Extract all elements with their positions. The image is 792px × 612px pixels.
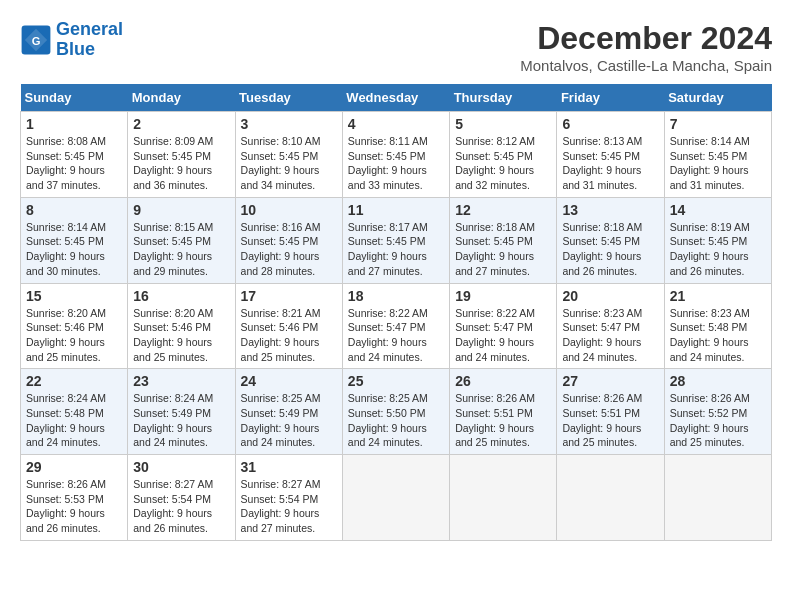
day-info: Sunrise: 8:26 AMSunset: 5:51 PMDaylight:… <box>455 391 551 450</box>
day-info: Sunrise: 8:10 AMSunset: 5:45 PMDaylight:… <box>241 134 337 193</box>
day-number: 29 <box>26 459 122 475</box>
day-info: Sunrise: 8:09 AMSunset: 5:45 PMDaylight:… <box>133 134 229 193</box>
col-header-tuesday: Tuesday <box>235 84 342 112</box>
day-info: Sunrise: 8:26 AMSunset: 5:51 PMDaylight:… <box>562 391 658 450</box>
calendar-cell: 22 Sunrise: 8:24 AMSunset: 5:48 PMDaylig… <box>21 369 128 455</box>
day-number: 8 <box>26 202 122 218</box>
day-number: 25 <box>348 373 444 389</box>
day-info: Sunrise: 8:20 AMSunset: 5:46 PMDaylight:… <box>26 306 122 365</box>
day-number: 17 <box>241 288 337 304</box>
week-row-5: 29 Sunrise: 8:26 AMSunset: 5:53 PMDaylig… <box>21 455 772 541</box>
day-info: Sunrise: 8:25 AMSunset: 5:50 PMDaylight:… <box>348 391 444 450</box>
day-info: Sunrise: 8:21 AMSunset: 5:46 PMDaylight:… <box>241 306 337 365</box>
svg-text:G: G <box>32 35 41 47</box>
day-number: 24 <box>241 373 337 389</box>
day-number: 16 <box>133 288 229 304</box>
calendar-cell: 10 Sunrise: 8:16 AMSunset: 5:45 PMDaylig… <box>235 197 342 283</box>
calendar-cell: 23 Sunrise: 8:24 AMSunset: 5:49 PMDaylig… <box>128 369 235 455</box>
calendar-cell: 28 Sunrise: 8:26 AMSunset: 5:52 PMDaylig… <box>664 369 771 455</box>
calendar-cell: 15 Sunrise: 8:20 AMSunset: 5:46 PMDaylig… <box>21 283 128 369</box>
day-number: 5 <box>455 116 551 132</box>
calendar-cell: 31 Sunrise: 8:27 AMSunset: 5:54 PMDaylig… <box>235 455 342 541</box>
header: G General Blue December 2024 Montalvos, … <box>20 20 772 74</box>
calendar-cell <box>664 455 771 541</box>
day-info: Sunrise: 8:11 AMSunset: 5:45 PMDaylight:… <box>348 134 444 193</box>
calendar-cell: 3 Sunrise: 8:10 AMSunset: 5:45 PMDayligh… <box>235 112 342 198</box>
day-number: 2 <box>133 116 229 132</box>
col-header-sunday: Sunday <box>21 84 128 112</box>
col-header-saturday: Saturday <box>664 84 771 112</box>
day-info: Sunrise: 8:18 AMSunset: 5:45 PMDaylight:… <box>455 220 551 279</box>
calendar-cell: 14 Sunrise: 8:19 AMSunset: 5:45 PMDaylig… <box>664 197 771 283</box>
day-info: Sunrise: 8:08 AMSunset: 5:45 PMDaylight:… <box>26 134 122 193</box>
calendar-cell: 16 Sunrise: 8:20 AMSunset: 5:46 PMDaylig… <box>128 283 235 369</box>
day-info: Sunrise: 8:25 AMSunset: 5:49 PMDaylight:… <box>241 391 337 450</box>
day-number: 3 <box>241 116 337 132</box>
calendar-cell: 21 Sunrise: 8:23 AMSunset: 5:48 PMDaylig… <box>664 283 771 369</box>
calendar-cell: 6 Sunrise: 8:13 AMSunset: 5:45 PMDayligh… <box>557 112 664 198</box>
calendar-cell: 26 Sunrise: 8:26 AMSunset: 5:51 PMDaylig… <box>450 369 557 455</box>
day-info: Sunrise: 8:13 AMSunset: 5:45 PMDaylight:… <box>562 134 658 193</box>
day-number: 20 <box>562 288 658 304</box>
day-number: 19 <box>455 288 551 304</box>
calendar-cell: 12 Sunrise: 8:18 AMSunset: 5:45 PMDaylig… <box>450 197 557 283</box>
day-number: 22 <box>26 373 122 389</box>
day-number: 23 <box>133 373 229 389</box>
day-info: Sunrise: 8:23 AMSunset: 5:48 PMDaylight:… <box>670 306 766 365</box>
logo-icon: G <box>20 24 52 56</box>
calendar-cell: 13 Sunrise: 8:18 AMSunset: 5:45 PMDaylig… <box>557 197 664 283</box>
calendar-cell: 11 Sunrise: 8:17 AMSunset: 5:45 PMDaylig… <box>342 197 449 283</box>
calendar-table: SundayMondayTuesdayWednesdayThursdayFrid… <box>20 84 772 541</box>
day-number: 14 <box>670 202 766 218</box>
day-info: Sunrise: 8:16 AMSunset: 5:45 PMDaylight:… <box>241 220 337 279</box>
logo-text: General Blue <box>56 20 123 60</box>
day-info: Sunrise: 8:27 AMSunset: 5:54 PMDaylight:… <box>241 477 337 536</box>
day-number: 18 <box>348 288 444 304</box>
day-info: Sunrise: 8:27 AMSunset: 5:54 PMDaylight:… <box>133 477 229 536</box>
calendar-cell: 4 Sunrise: 8:11 AMSunset: 5:45 PMDayligh… <box>342 112 449 198</box>
month-year: December 2024 <box>520 20 772 57</box>
col-header-thursday: Thursday <box>450 84 557 112</box>
col-header-monday: Monday <box>128 84 235 112</box>
day-number: 15 <box>26 288 122 304</box>
week-row-2: 8 Sunrise: 8:14 AMSunset: 5:45 PMDayligh… <box>21 197 772 283</box>
calendar-cell <box>557 455 664 541</box>
title-area: December 2024 Montalvos, Castille-La Man… <box>520 20 772 74</box>
calendar-cell: 18 Sunrise: 8:22 AMSunset: 5:47 PMDaylig… <box>342 283 449 369</box>
calendar-cell: 20 Sunrise: 8:23 AMSunset: 5:47 PMDaylig… <box>557 283 664 369</box>
header-row: SundayMondayTuesdayWednesdayThursdayFrid… <box>21 84 772 112</box>
calendar-cell: 7 Sunrise: 8:14 AMSunset: 5:45 PMDayligh… <box>664 112 771 198</box>
day-number: 31 <box>241 459 337 475</box>
day-number: 12 <box>455 202 551 218</box>
calendar-cell: 29 Sunrise: 8:26 AMSunset: 5:53 PMDaylig… <box>21 455 128 541</box>
week-row-1: 1 Sunrise: 8:08 AMSunset: 5:45 PMDayligh… <box>21 112 772 198</box>
calendar-cell: 30 Sunrise: 8:27 AMSunset: 5:54 PMDaylig… <box>128 455 235 541</box>
calendar-cell: 17 Sunrise: 8:21 AMSunset: 5:46 PMDaylig… <box>235 283 342 369</box>
calendar-cell: 19 Sunrise: 8:22 AMSunset: 5:47 PMDaylig… <box>450 283 557 369</box>
day-number: 9 <box>133 202 229 218</box>
calendar-cell: 2 Sunrise: 8:09 AMSunset: 5:45 PMDayligh… <box>128 112 235 198</box>
day-info: Sunrise: 8:24 AMSunset: 5:49 PMDaylight:… <box>133 391 229 450</box>
day-info: Sunrise: 8:14 AMSunset: 5:45 PMDaylight:… <box>670 134 766 193</box>
day-number: 27 <box>562 373 658 389</box>
week-row-3: 15 Sunrise: 8:20 AMSunset: 5:46 PMDaylig… <box>21 283 772 369</box>
day-number: 28 <box>670 373 766 389</box>
calendar-cell: 27 Sunrise: 8:26 AMSunset: 5:51 PMDaylig… <box>557 369 664 455</box>
day-number: 11 <box>348 202 444 218</box>
day-info: Sunrise: 8:26 AMSunset: 5:53 PMDaylight:… <box>26 477 122 536</box>
col-header-wednesday: Wednesday <box>342 84 449 112</box>
day-info: Sunrise: 8:17 AMSunset: 5:45 PMDaylight:… <box>348 220 444 279</box>
day-number: 30 <box>133 459 229 475</box>
day-info: Sunrise: 8:22 AMSunset: 5:47 PMDaylight:… <box>348 306 444 365</box>
day-info: Sunrise: 8:12 AMSunset: 5:45 PMDaylight:… <box>455 134 551 193</box>
day-info: Sunrise: 8:22 AMSunset: 5:47 PMDaylight:… <box>455 306 551 365</box>
logo: G General Blue <box>20 20 123 60</box>
day-info: Sunrise: 8:24 AMSunset: 5:48 PMDaylight:… <box>26 391 122 450</box>
day-info: Sunrise: 8:20 AMSunset: 5:46 PMDaylight:… <box>133 306 229 365</box>
day-info: Sunrise: 8:19 AMSunset: 5:45 PMDaylight:… <box>670 220 766 279</box>
day-number: 6 <box>562 116 658 132</box>
calendar-cell: 24 Sunrise: 8:25 AMSunset: 5:49 PMDaylig… <box>235 369 342 455</box>
day-number: 10 <box>241 202 337 218</box>
day-info: Sunrise: 8:15 AMSunset: 5:45 PMDaylight:… <box>133 220 229 279</box>
day-number: 7 <box>670 116 766 132</box>
